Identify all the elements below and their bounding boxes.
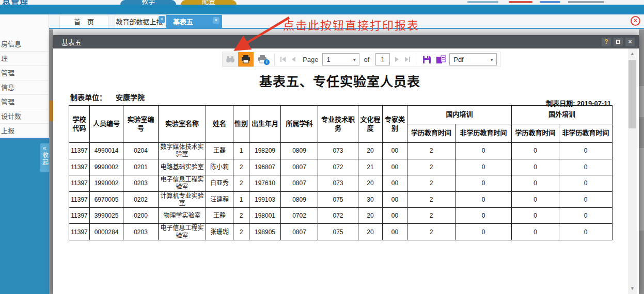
table-cell: 物理学实验室 [159,208,206,224]
table-cell: 0 [559,191,612,208]
previous-page-button[interactable] [288,52,299,67]
save-icon [422,55,431,64]
table-cell: 9990002 [90,159,123,175]
close-all-tabs-button[interactable]: × [631,16,640,26]
scroll-down-icon[interactable]: ▼ [628,284,637,293]
table-cell: 072 [318,208,358,224]
column-header: 学校代码 [69,106,90,143]
table-cell: 073 [318,143,358,159]
table-cell: 0203 [123,224,159,240]
tab-moe-data-report[interactable]: 教育部数据上报 × [115,15,164,28]
table-cell: 陈小莉 [206,159,233,175]
table-cell: 4990014 [90,143,123,159]
strip-segment [639,86,644,117]
header-link-fragment [540,1,560,3]
table-cell: 21 [358,159,383,175]
table-cell: 0 [512,208,559,224]
sidebar-item[interactable]: 管理 [0,66,49,80]
table-cell: 11397 [69,224,90,240]
sidebar-item[interactable]: 理 [0,52,49,66]
table-cell: 2 [407,159,455,175]
maximize-icon [616,40,620,44]
table-cell: 电子信息工程实验室 [159,175,206,191]
info-badge-icon: i [264,59,270,65]
table-cell: 0 [455,208,512,224]
table-cell: 0 [455,159,512,175]
table-cell: 11397 [69,175,90,191]
background-highlight [49,101,53,121]
table-cell: 20 [358,224,383,240]
page-label: Page [303,56,318,63]
export-format-dropdown[interactable]: Pdf ▾ [449,53,497,66]
table-cell: 198209 [249,143,281,159]
close-icon[interactable]: × [213,17,219,24]
table-cell: 6970005 [90,191,123,208]
table-cell: 王静 [206,208,233,224]
table-cell: 1 [233,143,249,159]
sidebar-item[interactable]: 信息 [0,80,49,95]
vertical-scrollbar[interactable]: ▲ ▼ [628,48,637,294]
close-icon[interactable]: × [159,16,165,23]
table-cell: 0 [559,143,612,159]
maximize-button[interactable] [614,38,623,46]
report-table: 学校代码人员编号实验室编号实验室名称姓名性别出生年月所属学科专业技术职务文化程度… [69,105,612,240]
save-button[interactable] [419,52,434,67]
table-cell: 20 [358,208,383,224]
strip-segment [639,148,644,231]
sidebar-collapse-button[interactable]: « 收起 [40,143,49,172]
header-link-fragment [509,1,532,3]
first-page-button[interactable] [278,52,288,67]
table-row: 1139700002840203电子信息工程实验室张珊瑚219890508070… [69,224,612,240]
report-title: 基表五、专任实验室人员表 [69,71,611,90]
last-page-button[interactable] [402,52,413,67]
table-cell: 197610 [249,175,281,191]
table-cell: 0 [512,175,559,191]
help-button[interactable]: ? [602,38,611,46]
app-logo: 息管理 [2,0,28,5]
find-button[interactable] [223,52,238,67]
column-group-header: 国外培训 [512,106,612,124]
dialog-title-bar[interactable]: 基表五 ? × [53,35,639,48]
chevron-down-icon: ▾ [350,57,359,62]
sidebar-item[interactable]: 管理 [0,95,49,109]
unit-value: 安康学院 [116,93,145,102]
nav-tab-teaching[interactable]: 教学 [120,0,176,5]
table-cell: 198905 [249,224,281,240]
chevron-left-icon: « [43,144,46,152]
scrollbar-thumb[interactable] [629,60,636,128]
close-button[interactable]: × [625,38,635,46]
next-page-button[interactable] [392,52,402,67]
table-cell: 王磊 [206,143,233,159]
page-number-value: 1 [323,56,350,63]
chevron-down-icon: ▾ [487,57,496,62]
table-cell: 0203 [123,175,159,191]
nav-tab-config[interactable]: 配置 [181,0,237,5]
sidebar-item[interactable]: 设计数 [0,109,49,124]
tab-home[interactable]: 首 页 [59,15,108,28]
save-as-button[interactable] [434,52,448,67]
sidebar-item[interactable]: 上报 [0,124,49,138]
table-cell: 0 [559,224,612,240]
table-cell: 汪建程 [206,191,233,208]
tab-base-table-5[interactable]: 基表五 × [166,15,222,28]
table-row: 1139749900140204数字媒体技术实验室王磊1198209080907… [69,143,612,159]
unit-label: 制表单位： [70,93,106,102]
print-button[interactable] [238,52,254,67]
table-cell: 198001 [249,208,281,224]
scroll-up-icon[interactable]: ▲ [628,50,637,58]
table-cell: 0 [512,143,559,159]
sidebar-item[interactable]: 房信息 [0,37,49,52]
table-cell: 3990025 [90,208,123,224]
column-subheader: 非学历教育时间 [559,124,612,143]
table-cell: 0 [455,175,512,191]
table-cell: 0 [512,191,559,208]
header-row-groups: 学校代码人员编号实验室编号实验室名称姓名性别出生年月所属学科专业技术职务文化程度… [69,106,612,124]
background-right-strip [639,29,644,294]
background-left-strip [49,29,53,294]
table-cell: 0809 [281,191,318,208]
table-cell: 072 [318,159,358,175]
table-cell: 电路基础实验室 [159,159,206,175]
print-settings-button[interactable]: i [254,52,271,67]
table-cell: 0807 [281,175,318,191]
page-number-dropdown[interactable]: 1 ▾ [322,53,359,66]
